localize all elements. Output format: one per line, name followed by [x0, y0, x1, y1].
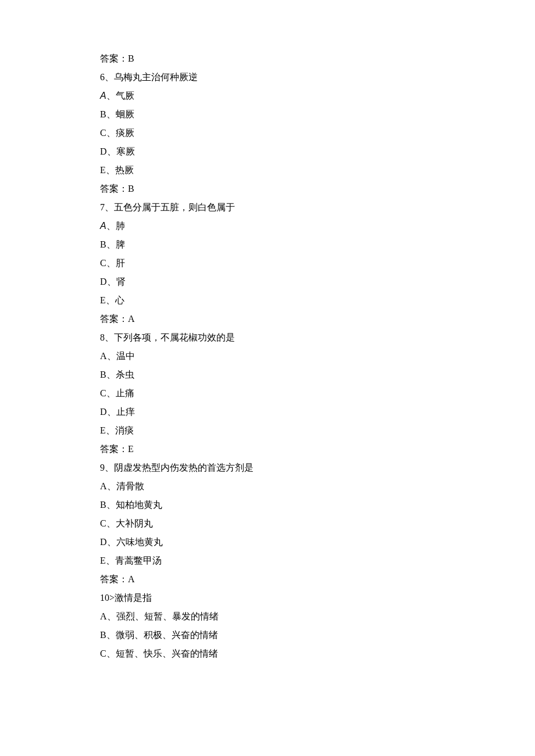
- text-line: A、清骨散: [100, 477, 535, 496]
- text-line: D、寒厥: [100, 142, 535, 161]
- text-line: 答案：E: [100, 440, 535, 458]
- text-line: 答案：A: [100, 570, 535, 589]
- text-line: E、热厥: [100, 161, 535, 180]
- text-line: C、肝: [100, 254, 535, 273]
- option-letter: A: [100, 221, 106, 231]
- text-line: B、蛔厥: [100, 105, 535, 124]
- text-line: 10>激情是指: [100, 589, 535, 607]
- document-content: 答案：B6、乌梅丸主治何种厥逆A、气厥B、蛔厥C、痰厥D、寒厥E、热厥答案：B7…: [100, 49, 535, 663]
- text-line: A、气厥: [100, 87, 535, 105]
- text-line: 答案：B: [100, 49, 535, 68]
- text-line: 6、乌梅丸主治何种厥逆: [100, 68, 535, 87]
- text-line: A、肺: [100, 217, 535, 235]
- text-line: A、温中: [100, 347, 535, 366]
- text-line: 8、下列各项，不属花椒功效的是: [100, 328, 535, 347]
- text-line: D、止痒: [100, 403, 535, 421]
- option-text: 、肺: [106, 221, 125, 231]
- text-line: C、痰厥: [100, 124, 535, 142]
- text-line: E、心: [100, 291, 535, 310]
- text-line: B、杀虫: [100, 366, 535, 384]
- option-text: 、气厥: [106, 91, 134, 101]
- text-line: C、大补阴丸: [100, 514, 535, 533]
- text-line: B、脾: [100, 235, 535, 254]
- text-line: E、青蒿鳖甲汤: [100, 551, 535, 570]
- text-line: C、短暂、快乐、兴奋的情绪: [100, 644, 535, 663]
- text-line: 答案：B: [100, 180, 535, 198]
- text-line: 9、阴虚发热型内伤发热的首选方剂是: [100, 458, 535, 477]
- text-line: D、六味地黄丸: [100, 533, 535, 551]
- option-letter: A: [100, 91, 106, 101]
- text-line: E、消痰: [100, 421, 535, 440]
- text-line: B、知柏地黄丸: [100, 496, 535, 514]
- text-line: D、肾: [100, 273, 535, 291]
- text-line: C、止痛: [100, 384, 535, 403]
- text-line: 7、五色分属于五脏，则白色属于: [100, 198, 535, 217]
- text-line: B、微弱、积极、兴奋的情绪: [100, 626, 535, 644]
- text-line: 答案：A: [100, 310, 535, 328]
- text-line: A、强烈、短暂、暴发的情绪: [100, 607, 535, 626]
